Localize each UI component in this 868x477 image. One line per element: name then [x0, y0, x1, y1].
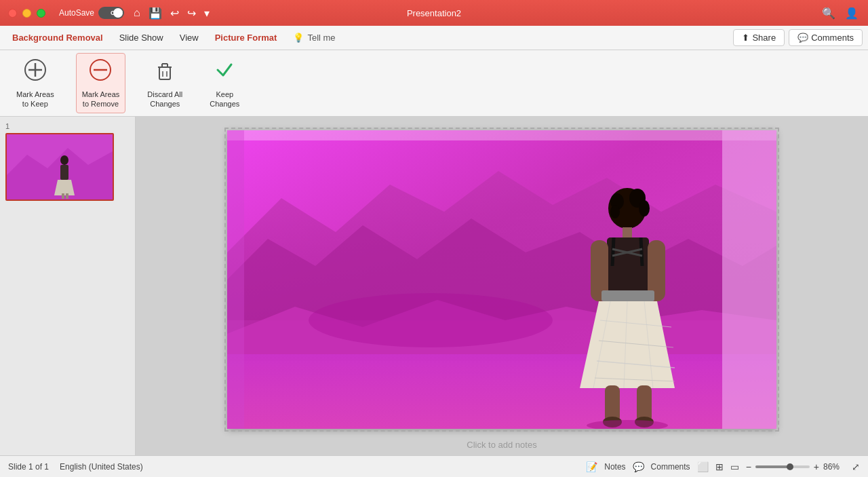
slide-thumb-bg: [7, 134, 113, 199]
toolbar-buttons: ⌂ 💾 ↩ ↪ ▾: [131, 5, 212, 21]
svg-rect-15: [60, 165, 68, 180]
minimize-button[interactable]: [22, 9, 31, 18]
main-content: 1: [0, 117, 868, 455]
comments-label: Comments: [811, 33, 854, 43]
keep-changes-label: KeepChanges: [210, 90, 239, 109]
comments-status-icon[interactable]: 💬: [633, 461, 644, 472]
svg-marker-16: [54, 180, 75, 195]
maximize-button[interactable]: [37, 9, 45, 18]
notes-label[interactable]: Notes: [604, 462, 625, 472]
zoom-slider-fill: [755, 465, 788, 468]
svg-point-32: [610, 205, 620, 218]
titlebar-controls: AutoSave OFF: [59, 7, 124, 19]
zoom-slider-thumb: [787, 463, 793, 470]
comments-status-label[interactable]: Comments: [651, 462, 690, 472]
status-right: 📝 Notes 💬 Comments ⬜ ⊞ ▭ − + 86% ⤢: [586, 461, 860, 472]
home-icon[interactable]: ⌂: [131, 5, 143, 20]
zoom-percent: 86%: [823, 462, 845, 472]
slide-canvas[interactable]: [227, 130, 776, 429]
window-title: Presentation2: [407, 8, 461, 18]
svg-rect-27: [227, 130, 244, 429]
discard-icon: [153, 58, 177, 87]
slide-panel: 1: [0, 117, 136, 455]
undo-icon[interactable]: ↩: [167, 5, 182, 21]
statusbar: Slide 1 of 1 English (United States) 📝 N…: [0, 455, 868, 477]
mark-keep-label: Mark Areasto Keep: [16, 90, 54, 109]
svg-rect-23: [227, 354, 776, 429]
zoom-plus-icon[interactable]: +: [814, 461, 819, 472]
titlebar-right-icons: 🔍 👤: [822, 7, 859, 20]
mark-areas-keep-tool[interactable]: Mark Areasto Keep: [11, 54, 60, 113]
discard-label: Discard AllChanges: [147, 90, 182, 109]
lightbulb-icon: 💡: [293, 33, 304, 43]
language-info: English (United States): [60, 462, 143, 472]
zoom-minus-icon[interactable]: −: [746, 461, 751, 472]
svg-rect-17: [62, 193, 64, 199]
tell-me-label: Tell me: [307, 33, 335, 43]
zoom-control: − + 86%: [746, 461, 845, 472]
titlebar: AutoSave OFF ⌂ 💾 ↩ ↪ ▾ Presentation2 🔍 👤: [0, 0, 868, 26]
svg-line-36: [641, 237, 642, 266]
keep-changes-tool[interactable]: KeepChanges: [204, 54, 245, 113]
notes-icon[interactable]: 📝: [586, 461, 597, 472]
tell-me[interactable]: 💡 Tell me: [286, 30, 342, 45]
normal-view-icon[interactable]: ⬜: [697, 461, 709, 472]
svg-rect-18: [66, 193, 68, 199]
svg-rect-41: [601, 290, 654, 301]
slide-image: [227, 130, 776, 429]
mark-remove-icon: [88, 58, 113, 87]
status-left: Slide 1 of 1 English (United States): [8, 462, 143, 472]
slide-scene-svg: [227, 130, 776, 429]
autosave-label: AutoSave: [59, 8, 94, 18]
share-label: Share: [752, 33, 776, 43]
comments-button[interactable]: 💬 Comments: [789, 29, 863, 46]
traffic-lights: [8, 9, 45, 18]
more-icon[interactable]: ▾: [201, 5, 212, 21]
menu-picture-format[interactable]: Picture Format: [208, 30, 284, 45]
fit-window-icon[interactable]: ⤢: [852, 461, 860, 472]
grid-view-icon[interactable]: ⊞: [715, 461, 724, 472]
redo-icon[interactable]: ↪: [184, 5, 199, 21]
close-button[interactable]: [8, 9, 17, 18]
svg-rect-25: [227, 130, 776, 140]
toggle-knob: [113, 8, 123, 18]
slide-number: 1: [5, 122, 130, 130]
mark-remove-label: Mark Areasto Remove: [82, 90, 120, 109]
slide-info: Slide 1 of 1: [8, 462, 49, 472]
autosave-toggle[interactable]: OFF: [98, 7, 124, 19]
notes-hint[interactable]: Click to add notes: [227, 434, 776, 455]
menu-view[interactable]: View: [173, 30, 205, 45]
account-icon[interactable]: 👤: [845, 7, 859, 20]
slideshow-icon[interactable]: ▭: [730, 461, 739, 472]
svg-point-24: [309, 293, 553, 347]
svg-line-35: [612, 237, 614, 266]
slide-thumbnail-1[interactable]: [5, 133, 114, 201]
search-icon[interactable]: 🔍: [822, 7, 835, 20]
svg-point-14: [60, 155, 68, 165]
thumbnail-svg: [7, 134, 113, 199]
canvas-area[interactable]: Click to add notes: [136, 117, 868, 455]
menu-background-removal[interactable]: Background Removal: [5, 30, 110, 45]
svg-rect-26: [722, 130, 776, 429]
menu-right-actions: ⬆ Share 💬 Comments: [733, 29, 863, 46]
zoom-slider[interactable]: [755, 465, 810, 468]
share-button[interactable]: ⬆ Share: [733, 29, 785, 46]
keep-changes-icon: [212, 58, 237, 87]
discard-changes-tool[interactable]: Discard AllChanges: [142, 54, 188, 113]
mark-keep-icon: [23, 58, 47, 87]
svg-point-31: [639, 200, 650, 216]
save-icon[interactable]: 💾: [146, 5, 165, 21]
share-icon: ⬆: [742, 33, 749, 43]
svg-rect-5: [159, 67, 170, 79]
comment-icon: 💬: [797, 33, 808, 43]
ribbon: Mark Areasto Keep Mark Areasto Remove Di…: [0, 50, 868, 117]
menu-slide-show[interactable]: Slide Show: [113, 30, 170, 45]
menubar: Background Removal Slide Show View Pictu…: [0, 26, 868, 50]
mark-areas-remove-tool[interactable]: Mark Areasto Remove: [76, 53, 126, 114]
